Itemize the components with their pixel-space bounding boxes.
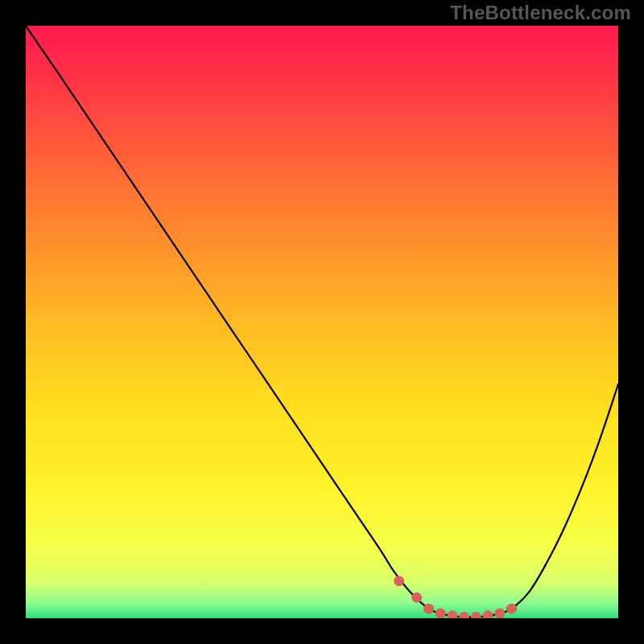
attribution-text: TheBottleneck.com [450,2,631,24]
gradient-background [26,26,618,618]
optimal-dot [411,592,422,603]
chart-plot-area [26,26,618,618]
optimal-dot [506,604,517,614]
chart-svg [26,26,618,618]
optimal-dot [494,609,505,618]
optimal-dot [423,604,434,614]
optimal-dot [394,576,404,586]
optimal-dot [436,609,446,618]
